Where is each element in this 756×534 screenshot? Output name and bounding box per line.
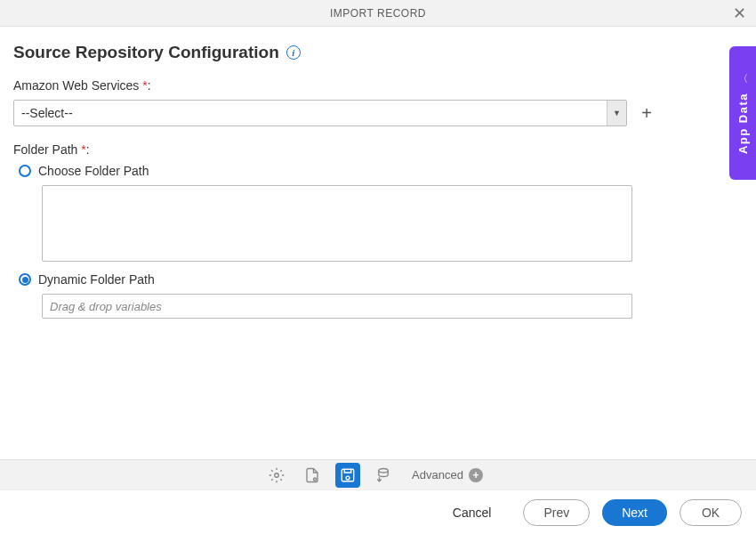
document-gear-icon — [304, 467, 320, 483]
choose-folder-radio-row: Choose Folder Path — [19, 164, 743, 178]
app-data-label: App Data — [736, 93, 750, 154]
close-button[interactable]: ✕ — [729, 4, 749, 23]
advanced-toggle[interactable]: Advanced + — [412, 468, 483, 482]
plus-icon: + — [641, 103, 652, 124]
gear-icon — [269, 467, 285, 483]
import-step-icon[interactable] — [371, 463, 396, 488]
aws-label: Amazon Web Services *: — [13, 78, 743, 93]
add-aws-button[interactable]: + — [636, 102, 657, 124]
svg-point-4 — [379, 468, 389, 473]
save-gear-icon — [340, 467, 356, 483]
folder-path-label: Folder Path *: — [13, 142, 743, 157]
modal-title: IMPORT RECORD — [330, 7, 426, 20]
dynamic-folder-radio[interactable] — [19, 273, 31, 286]
aws-select-wrapper: --Select-- ▼ — [13, 100, 627, 126]
chevron-down-icon: ▼ — [607, 101, 626, 125]
advanced-label: Advanced — [412, 468, 463, 481]
source-step-icon[interactable] — [335, 463, 360, 488]
folder-path-radio-group: Choose Folder Path Dynamic Folder Path — [19, 164, 743, 319]
svg-point-3 — [346, 476, 350, 480]
modal-header: IMPORT RECORD ✕ — [0, 0, 756, 27]
svg-point-1 — [314, 478, 317, 481]
aws-select-value: --Select-- — [21, 106, 607, 120]
svg-point-0 — [275, 473, 279, 477]
settings-step-icon[interactable] — [264, 463, 289, 488]
bottom-toolbar: Advanced + — [0, 459, 756, 490]
modal-content: Source Repository Configuration i Amazon… — [0, 27, 756, 319]
choose-folder-label[interactable]: Choose Folder Path — [38, 164, 149, 178]
required-asterisk: * — [81, 142, 85, 157]
section-title-row: Source Repository Configuration i — [13, 43, 743, 62]
footer: Cancel Prev Next OK — [0, 490, 756, 534]
next-button[interactable]: Next — [602, 499, 667, 526]
plus-circle-icon: + — [469, 468, 483, 482]
choose-folder-box[interactable] — [42, 185, 632, 262]
dynamic-folder-label[interactable]: Dynamic Folder Path — [38, 272, 155, 287]
chevron-left-icon: 〈 — [738, 72, 748, 85]
close-icon: ✕ — [733, 4, 746, 23]
prev-button[interactable]: Prev — [523, 499, 590, 526]
section-title: Source Repository Configuration — [13, 43, 279, 62]
app-data-tab[interactable]: 〈 App Data — [729, 46, 756, 180]
info-icon[interactable]: i — [286, 45, 301, 60]
document-step-icon[interactable] — [300, 463, 325, 488]
aws-select-row: --Select-- ▼ + — [13, 100, 743, 126]
choose-folder-radio[interactable] — [19, 165, 31, 177]
aws-select[interactable]: --Select-- ▼ — [13, 100, 627, 126]
dynamic-folder-input[interactable] — [42, 294, 632, 319]
database-import-icon — [375, 467, 391, 483]
cancel-button[interactable]: Cancel — [433, 499, 511, 526]
ok-button[interactable]: OK — [680, 499, 742, 526]
dynamic-input-wrapper — [42, 294, 632, 319]
dynamic-folder-radio-row: Dynamic Folder Path — [19, 272, 743, 287]
required-asterisk: * — [142, 78, 147, 93]
